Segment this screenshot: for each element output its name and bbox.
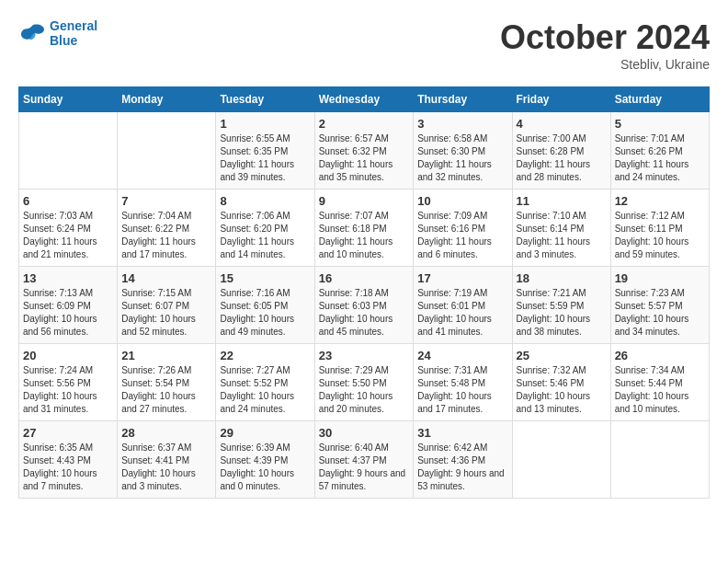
calendar-cell: 23Sunrise: 7:29 AM Sunset: 5:50 PM Dayli… [314,344,414,421]
day-number: 22 [220,349,310,362]
calendar-cell: 31Sunrise: 6:42 AM Sunset: 4:36 PM Dayli… [414,421,512,499]
day-number: 12 [615,194,705,208]
day-info: Sunrise: 7:01 AM Sunset: 6:26 PM Dayligh… [615,132,705,184]
day-info: Sunrise: 7:07 AM Sunset: 6:18 PM Dayligh… [319,210,410,261]
calendar-table: SundayMondayTuesdayWednesdayThursdayFrid… [18,86,710,499]
calendar-cell: 13Sunrise: 7:13 AM Sunset: 6:09 PM Dayli… [19,267,118,344]
day-info: Sunrise: 6:35 AM Sunset: 4:43 PM Dayligh… [23,442,113,493]
calendar-cell [512,421,610,499]
weekday-header: Tuesday [216,87,314,112]
day-info: Sunrise: 7:27 AM Sunset: 5:52 PM Dayligh… [220,364,310,416]
calendar-cell: 22Sunrise: 7:27 AM Sunset: 5:52 PM Dayli… [216,344,314,421]
calendar-cell: 3Sunrise: 6:58 AM Sunset: 6:30 PM Daylig… [414,112,512,190]
calendar-cell: 27Sunrise: 6:35 AM Sunset: 4:43 PM Dayli… [19,421,118,499]
day-number: 31 [417,426,507,440]
calendar-cell: 2Sunrise: 6:57 AM Sunset: 6:32 PM Daylig… [314,112,414,190]
day-number: 20 [23,349,113,362]
calendar-cell [610,421,709,499]
weekday-header: Monday [118,87,216,112]
day-number: 19 [615,271,705,285]
day-info: Sunrise: 6:42 AM Sunset: 4:36 PM Dayligh… [417,442,507,493]
day-info: Sunrise: 7:34 AM Sunset: 5:44 PM Dayligh… [615,364,705,416]
calendar-week-row: 13Sunrise: 7:13 AM Sunset: 6:09 PM Dayli… [19,267,710,344]
day-number: 18 [517,271,607,285]
calendar-cell: 29Sunrise: 6:39 AM Sunset: 4:39 PM Dayli… [216,421,314,499]
day-info: Sunrise: 7:31 AM Sunset: 5:48 PM Dayligh… [417,364,507,416]
calendar-cell: 17Sunrise: 7:19 AM Sunset: 6:01 PM Dayli… [414,267,512,344]
calendar-cell: 20Sunrise: 7:24 AM Sunset: 5:56 PM Dayli… [19,344,118,421]
day-info: Sunrise: 7:12 AM Sunset: 6:11 PM Dayligh… [615,210,705,261]
day-number: 1 [220,117,310,131]
calendar-cell: 28Sunrise: 6:37 AM Sunset: 4:41 PM Dayli… [118,421,216,499]
day-info: Sunrise: 7:04 AM Sunset: 6:22 PM Dayligh… [121,210,211,261]
calendar-cell: 9Sunrise: 7:07 AM Sunset: 6:18 PM Daylig… [314,190,414,267]
day-number: 5 [615,117,705,131]
calendar-cell: 8Sunrise: 7:06 AM Sunset: 6:20 PM Daylig… [216,190,314,267]
calendar-cell: 6Sunrise: 7:03 AM Sunset: 6:24 PM Daylig… [19,190,118,267]
calendar-week-row: 6Sunrise: 7:03 AM Sunset: 6:24 PM Daylig… [19,190,710,267]
day-info: Sunrise: 7:32 AM Sunset: 5:46 PM Dayligh… [517,364,607,416]
page-header: General Blue October 2024 Stebliv, Ukrai… [18,18,710,72]
calendar-cell: 21Sunrise: 7:26 AM Sunset: 5:54 PM Dayli… [118,344,216,421]
calendar-cell [19,112,118,190]
day-info: Sunrise: 7:03 AM Sunset: 6:24 PM Dayligh… [23,210,113,261]
month-title: October 2024 [500,18,710,57]
calendar-header: SundayMondayTuesdayWednesdayThursdayFrid… [19,87,710,112]
day-info: Sunrise: 7:10 AM Sunset: 6:14 PM Dayligh… [517,210,607,261]
title-block: October 2024 Stebliv, Ukraine [500,18,710,72]
calendar-cell: 30Sunrise: 6:40 AM Sunset: 4:37 PM Dayli… [314,421,414,499]
day-info: Sunrise: 7:16 AM Sunset: 6:05 PM Dayligh… [220,287,310,339]
day-info: Sunrise: 7:18 AM Sunset: 6:03 PM Dayligh… [319,287,410,339]
day-info: Sunrise: 7:26 AM Sunset: 5:54 PM Dayligh… [121,364,211,416]
calendar-cell: 15Sunrise: 7:16 AM Sunset: 6:05 PM Dayli… [216,267,314,344]
calendar-cell: 12Sunrise: 7:12 AM Sunset: 6:11 PM Dayli… [610,190,709,267]
calendar-cell: 14Sunrise: 7:15 AM Sunset: 6:07 PM Dayli… [118,267,216,344]
logo-text: General Blue [50,18,97,48]
day-number: 11 [517,194,607,208]
calendar-cell: 24Sunrise: 7:31 AM Sunset: 5:48 PM Dayli… [414,344,512,421]
weekday-header: Saturday [610,87,709,112]
day-info: Sunrise: 7:00 AM Sunset: 6:28 PM Dayligh… [517,132,607,184]
calendar-week-row: 1Sunrise: 6:55 AM Sunset: 6:35 PM Daylig… [19,112,710,190]
day-number: 29 [220,426,310,440]
day-info: Sunrise: 7:21 AM Sunset: 5:59 PM Dayligh… [517,287,607,339]
day-number: 30 [319,426,410,440]
day-number: 26 [615,349,705,362]
day-number: 10 [417,194,507,208]
day-info: Sunrise: 6:55 AM Sunset: 6:35 PM Dayligh… [220,132,310,184]
day-number: 24 [417,349,507,362]
day-number: 7 [121,194,211,208]
day-number: 3 [417,117,507,131]
calendar-cell: 1Sunrise: 6:55 AM Sunset: 6:35 PM Daylig… [216,112,314,190]
calendar-body: 1Sunrise: 6:55 AM Sunset: 6:35 PM Daylig… [19,112,710,499]
day-number: 17 [417,271,507,285]
day-info: Sunrise: 7:15 AM Sunset: 6:07 PM Dayligh… [121,287,211,339]
location-subtitle: Stebliv, Ukraine [500,57,710,72]
day-number: 16 [319,271,410,285]
day-number: 9 [319,194,410,208]
day-info: Sunrise: 7:23 AM Sunset: 5:57 PM Dayligh… [615,287,705,339]
calendar-cell: 11Sunrise: 7:10 AM Sunset: 6:14 PM Dayli… [512,190,610,267]
day-info: Sunrise: 7:09 AM Sunset: 6:16 PM Dayligh… [417,210,507,261]
day-info: Sunrise: 6:58 AM Sunset: 6:30 PM Dayligh… [417,132,507,184]
day-info: Sunrise: 6:40 AM Sunset: 4:37 PM Dayligh… [319,442,410,493]
day-info: Sunrise: 7:24 AM Sunset: 5:56 PM Dayligh… [23,364,113,416]
weekday-header: Sunday [19,87,118,112]
day-number: 23 [319,349,410,362]
day-number: 2 [319,117,410,131]
weekday-header: Thursday [414,87,512,112]
calendar-cell: 10Sunrise: 7:09 AM Sunset: 6:16 PM Dayli… [414,190,512,267]
logo-icon [18,22,46,44]
calendar-cell: 25Sunrise: 7:32 AM Sunset: 5:46 PM Dayli… [512,344,610,421]
day-number: 15 [220,271,310,285]
calendar-cell: 5Sunrise: 7:01 AM Sunset: 6:26 PM Daylig… [610,112,709,190]
day-info: Sunrise: 7:06 AM Sunset: 6:20 PM Dayligh… [220,210,310,261]
calendar-cell: 16Sunrise: 7:18 AM Sunset: 6:03 PM Dayli… [314,267,414,344]
logo: General Blue [18,18,97,48]
day-number: 25 [517,349,607,362]
calendar-cell: 7Sunrise: 7:04 AM Sunset: 6:22 PM Daylig… [118,190,216,267]
day-number: 8 [220,194,310,208]
day-number: 4 [517,117,607,131]
day-number: 21 [121,349,211,362]
calendar-cell: 19Sunrise: 7:23 AM Sunset: 5:57 PM Dayli… [610,267,709,344]
